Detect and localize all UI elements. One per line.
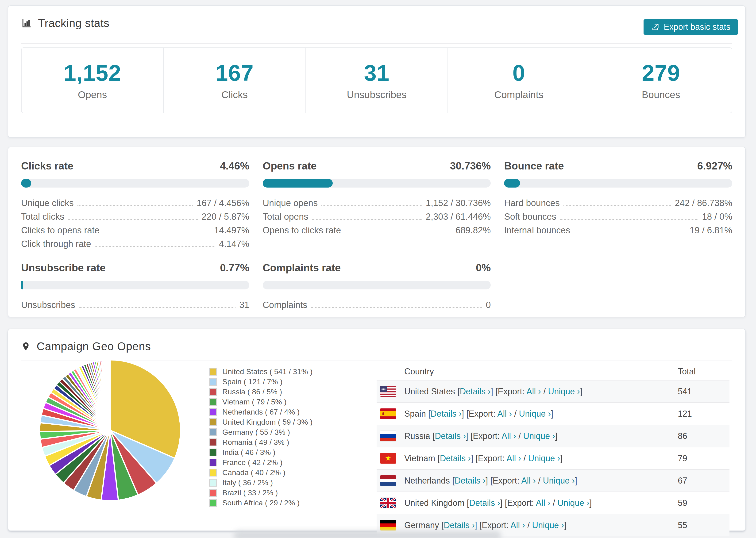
page-bottom-shadow (234, 531, 501, 538)
rate-value: 6.927% (697, 160, 732, 172)
dotted-leader (79, 307, 236, 308)
progress-fill (21, 281, 23, 290)
dotted-leader (560, 219, 698, 220)
progress-fill (21, 179, 31, 188)
rate-title: Complaints rate (263, 262, 341, 274)
rates-card: Clicks rate4.46%Unique clicks167 / 4.456… (8, 147, 746, 317)
export-all-link[interactable]: All › (507, 454, 521, 463)
bounce-rate-section: Bounce rate6.927%Hard bounces242 / 86.73… (504, 160, 732, 249)
details-link[interactable]: Details › (435, 431, 466, 441)
details-link[interactable]: Details › (469, 498, 500, 508)
details-link[interactable]: Details › (444, 520, 475, 530)
legend-item-canada: Canada ( 40 / 2% ) (209, 467, 312, 478)
country-name: United States (404, 387, 458, 396)
total-cell: 79 (678, 454, 687, 463)
legend-label: Canada ( 40 / 2% ) (222, 468, 286, 477)
rate-detail-value: 167 / 4.456% (197, 198, 249, 208)
table-row-es: Spain [Details ›] [Export: All › / Uniqu… (377, 402, 729, 425)
rate-detail-row: Internal bounces19 / 6.81% (504, 222, 732, 236)
export-prefix: Export: (473, 431, 502, 441)
legend-label: Vietnam ( 79 / 5% ) (222, 398, 287, 406)
es-flag-icon (380, 408, 396, 419)
vn-flag-icon (380, 453, 396, 463)
export-unique-link[interactable]: Unique › (528, 454, 560, 463)
slash: / (536, 476, 543, 485)
legend-label: Romania ( 49 / 3% ) (222, 438, 289, 447)
export-unique-link[interactable]: Unique › (548, 387, 580, 396)
map-pin-icon (21, 341, 30, 352)
rate-detail-value: 689.82% (456, 225, 491, 236)
tracking-stats-title: Tracking stats (38, 17, 109, 29)
export-unique-link[interactable]: Unique › (543, 476, 575, 485)
rate-detail-row: Unique opens1,152 / 30.736% (263, 194, 491, 208)
bracket: ] (560, 454, 563, 463)
export-unique-link[interactable]: Unique › (557, 498, 589, 508)
rate-detail-row: Total opens2,303 / 61.446% (263, 208, 491, 222)
header-divider (21, 43, 732, 44)
country-cell: United States [Details ›] [Export: All ›… (404, 387, 582, 397)
details-link[interactable]: Details › (440, 454, 471, 463)
rate-title: Opens rate (263, 160, 317, 172)
export-all-link[interactable]: All › (497, 409, 512, 418)
total-cell: 59 (678, 498, 687, 508)
table-row-gb: United Kingdom [Details ›] [Export: All … (377, 492, 729, 514)
stat-value: 31 (364, 60, 390, 86)
rate-detail-value: 14.497% (214, 225, 249, 236)
stat-box-complaints: 0Complaints (448, 48, 590, 113)
bracket: [ (441, 520, 444, 530)
campaign-geo-opens-header: Campaign Geo Opens (21, 340, 151, 353)
rate-detail-value: 220 / 5.87% (202, 212, 249, 222)
dotted-leader (78, 205, 193, 206)
export-all-link[interactable]: All › (536, 498, 550, 508)
stat-label: Unsubscribes (347, 89, 406, 100)
slash: / (550, 498, 557, 508)
rate-detail-label: Clicks to opens rate (21, 225, 99, 236)
bracket: ] [ (471, 454, 478, 463)
stat-label: Opens (78, 89, 107, 100)
opens-rate-section: Opens rate30.736%Unique opens1,152 / 30.… (263, 160, 491, 249)
rate-value: 30.736% (450, 160, 491, 172)
export-all-link[interactable]: All › (526, 387, 541, 396)
export-unique-link[interactable]: Unique › (519, 409, 551, 418)
country-cell: Russia [Details ›] [Export: All › / Uniq… (404, 431, 557, 441)
export-all-link[interactable]: All › (511, 520, 525, 530)
dotted-leader (312, 219, 422, 220)
complaints-rate-progress-bar (263, 281, 491, 290)
bracket: [ (458, 387, 460, 396)
export-basic-stats-button[interactable]: Export basic stats (644, 19, 738, 35)
rate-title: Bounce rate (504, 160, 564, 172)
export-unique-link[interactable]: Unique › (523, 431, 555, 441)
details-link[interactable]: Details › (431, 409, 461, 418)
rate-title-row: Unsubscribe rate0.77% (21, 262, 249, 274)
country-name: Russia (404, 431, 432, 441)
export-prefix: Export: (482, 520, 511, 530)
country-name: Netherlands (404, 476, 452, 485)
export-prefix: Export: (498, 387, 526, 396)
bracket: [ (467, 498, 469, 508)
legend-swatch (209, 428, 217, 436)
export-unique-link[interactable]: Unique › (532, 520, 564, 530)
bracket: ] [ (475, 520, 482, 530)
legend-swatch (209, 469, 217, 476)
legend-swatch (209, 449, 217, 456)
table-row-nl: Netherlands [Details ›] [Export: All › /… (377, 469, 729, 492)
rate-detail-label: Soft bounces (504, 212, 556, 222)
details-link[interactable]: Details › (455, 476, 486, 485)
export-all-link[interactable]: All › (502, 431, 516, 441)
total-cell: 541 (678, 387, 692, 397)
country-name: Germany (404, 520, 441, 530)
dotted-leader (574, 233, 686, 233)
stat-box-opens: 1,152Opens (22, 48, 163, 113)
unsubscribe-rate-section: Unsubscribe rate0.77%Unsubscribes31 (21, 262, 249, 310)
rate-detail-row: Hard bounces242 / 86.738% (504, 194, 732, 208)
rate-detail-value: 18 / 0% (702, 212, 732, 222)
table-row-ru: Russia [Details ›] [Export: All › / Uniq… (377, 425, 729, 447)
stat-box-clicks: 167Clicks (163, 48, 305, 113)
total-cell: 86 (678, 431, 687, 441)
export-all-link[interactable]: All › (521, 476, 536, 485)
bracket: ] [ (486, 476, 493, 485)
rate-title-row: Opens rate30.736% (263, 160, 491, 172)
details-link[interactable]: Details › (460, 387, 491, 396)
rate-value: 0.77% (220, 262, 249, 274)
rate-detail-row: Soft bounces18 / 0% (504, 208, 732, 222)
